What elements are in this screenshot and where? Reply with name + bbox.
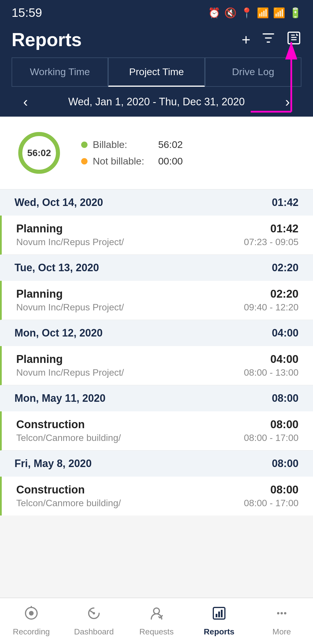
entry-duration: 08:00 (270, 484, 299, 496)
export-button[interactable] (286, 30, 301, 49)
billable-legend: Billable: 56:02 (81, 139, 183, 150)
entry-title: Planning (16, 353, 63, 366)
date-duration: 01:42 (272, 196, 299, 209)
nav-recording-label: Recording (13, 627, 50, 636)
date-label: Tue, Oct 13, 2020 (14, 262, 99, 274)
svg-rect-14 (221, 610, 223, 617)
entry-project: Telcon/Canmore building/ (16, 498, 121, 509)
status-icons: ⏰ 🔇 📍 📶 📶 🔋 (208, 7, 301, 19)
signal-icon: 📶 (273, 7, 285, 19)
nav-requests[interactable]: Requests (125, 598, 188, 644)
content-area: 56:02 Billable: 56:02 Not billable: 00:0… (0, 117, 313, 562)
svg-point-7 (29, 611, 34, 616)
summary-legend: Billable: 56:02 Not billable: 00:00 (81, 139, 183, 167)
entry-project: Novum Inc/Repus Project/ (16, 367, 124, 378)
svg-point-10 (154, 608, 159, 614)
date-range-bar: ‹ Wed, Jan 1, 2020 - Thu, Dec 31, 2020 › (12, 87, 301, 117)
recording-icon (24, 606, 39, 624)
entry-duration: 02:20 (270, 288, 299, 300)
nav-more[interactable]: More (250, 598, 313, 644)
more-icon (274, 606, 289, 624)
svg-point-16 (281, 612, 283, 614)
svg-point-9 (93, 612, 95, 614)
status-time: 15:59 (12, 6, 42, 20)
entry-title: Planning (16, 222, 63, 235)
donut-chart: 56:02 (14, 128, 64, 178)
date-duration: 08:00 (272, 392, 299, 404)
nav-recording[interactable]: Recording (0, 598, 63, 644)
date-row: Fri, May 8, 2020 08:00 (0, 451, 313, 477)
not-billable-label: Not billable: (93, 155, 144, 167)
entry-row[interactable]: Construction 08:00 Telcon/Canmore buildi… (0, 477, 313, 515)
summary-section: 56:02 Billable: 56:02 Not billable: 00:0… (0, 117, 313, 189)
nav-dashboard-label: Dashboard (74, 627, 114, 636)
date-label: Mon, May 11, 2020 (14, 392, 105, 404)
billable-value: 56:02 (150, 139, 183, 150)
date-label: Wed, Oct 14, 2020 (14, 196, 103, 209)
date-row: Mon, Oct 12, 2020 04:00 (0, 320, 313, 346)
entry-row[interactable]: Construction 08:00 Telcon/Canmore buildi… (0, 411, 313, 451)
add-button[interactable]: + (242, 31, 250, 48)
entry-title: Construction (16, 484, 85, 496)
location-icon: 📍 (241, 7, 253, 19)
entry-title: Planning (16, 288, 63, 300)
entry-time-range: 08:00 - 13:00 (244, 367, 299, 378)
svg-rect-13 (218, 612, 220, 617)
entry-row[interactable]: Planning 02:20 Novum Inc/Repus Project/ … (0, 281, 313, 320)
entry-time-range: 08:00 - 17:00 (244, 498, 299, 509)
entry-title: Construction (16, 418, 85, 431)
svg-rect-12 (216, 614, 217, 617)
entry-project: Novum Inc/Repus Project/ (16, 237, 124, 247)
tab-project-time[interactable]: Project Time (108, 57, 205, 87)
not-billable-value: 00:00 (150, 155, 183, 167)
wifi-icon: 📶 (257, 7, 269, 19)
date-row: Tue, Oct 13, 2020 02:20 (0, 255, 313, 281)
tabs-container: Working Time Project Time Drive Log (12, 57, 301, 87)
entry-duration: 08:00 (270, 418, 299, 431)
not-billable-legend: Not billable: 00:00 (81, 155, 183, 167)
date-duration: 04:00 (272, 327, 299, 339)
date-label: Mon, Oct 12, 2020 (14, 327, 103, 339)
battery-icon: 🔋 (289, 7, 301, 19)
date-label: Fri, May 8, 2020 (14, 457, 92, 470)
svg-point-15 (277, 612, 279, 614)
entry-time-range: 07:23 - 09:05 (244, 237, 299, 247)
nav-reports[interactable]: Reports (188, 598, 250, 644)
prev-date-button[interactable]: ‹ (23, 94, 28, 110)
svg-point-17 (284, 612, 286, 614)
filter-button[interactable] (261, 30, 276, 49)
date-range-text: Wed, Jan 1, 2020 - Thu, Dec 31, 2020 (68, 96, 245, 108)
nav-reports-label: Reports (204, 627, 234, 636)
billable-dot (81, 142, 88, 148)
entry-duration: 01:42 (270, 222, 299, 235)
date-row: Wed, Oct 14, 2020 01:42 (0, 189, 313, 216)
entry-project: Novum Inc/Repus Project/ (16, 302, 124, 313)
tab-drive-log[interactable]: Drive Log (205, 57, 301, 87)
reports-icon (212, 606, 227, 624)
nav-dashboard[interactable]: Dashboard (63, 598, 125, 644)
donut-total: 56:02 (27, 148, 51, 158)
tab-working-time[interactable]: Working Time (12, 57, 108, 87)
nav-requests-label: Requests (139, 627, 174, 636)
page-title: Reports (12, 29, 82, 50)
billable-label: Billable: (93, 139, 127, 150)
date-row: Mon, May 11, 2020 08:00 (0, 385, 313, 411)
header: Reports + Worki (0, 23, 313, 117)
status-bar: 15:59 ⏰ 🔇 📍 📶 📶 🔋 (0, 0, 313, 23)
entry-row[interactable]: Planning 01:42 Novum Inc/Repus Project/ … (0, 216, 313, 255)
entry-time-range: 08:00 - 17:00 (244, 433, 299, 443)
alarm-icon: ⏰ (208, 7, 220, 19)
entry-row[interactable]: Planning 04:00 Novum Inc/Repus Project/ … (0, 346, 313, 385)
nav-more-label: More (272, 627, 291, 636)
next-date-button[interactable]: › (285, 94, 290, 110)
not-billable-dot (81, 158, 88, 164)
date-duration: 08:00 (272, 457, 299, 470)
date-duration: 02:20 (272, 262, 299, 274)
requests-icon (149, 606, 164, 624)
entry-time-range: 09:40 - 12:20 (244, 302, 299, 313)
bottom-nav: Recording Dashboard Request (0, 598, 313, 644)
dashboard-icon (86, 606, 101, 624)
entry-project: Telcon/Canmore building/ (16, 433, 121, 443)
entries-list: Wed, Oct 14, 2020 01:42 Planning 01:42 N… (0, 189, 313, 515)
entry-duration: 04:00 (270, 353, 299, 366)
